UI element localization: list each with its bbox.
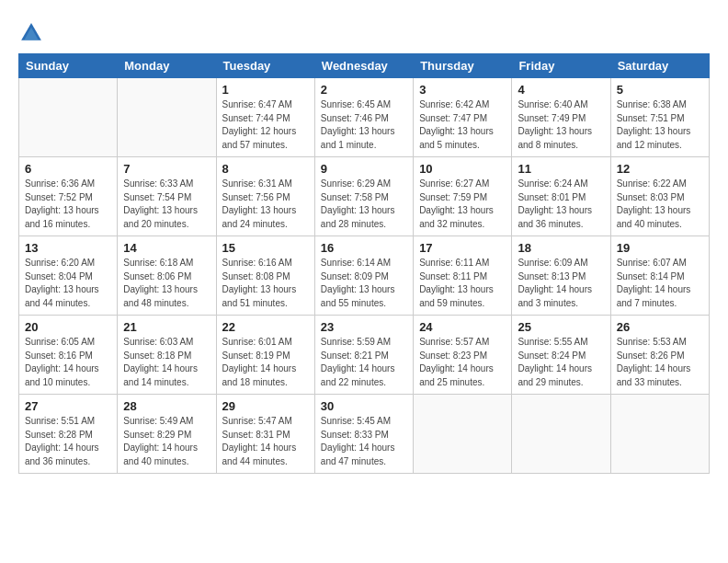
calendar-cell: 13Sunrise: 6:20 AM Sunset: 8:04 PM Dayli…: [19, 236, 118, 316]
day-number: 13: [25, 241, 111, 255]
day-detail: Sunrise: 5:51 AM Sunset: 8:28 PM Dayligh…: [25, 415, 111, 468]
calendar-cell: 1Sunrise: 6:47 AM Sunset: 7:44 PM Daylig…: [216, 78, 314, 157]
calendar-cell: 4Sunrise: 6:40 AM Sunset: 7:49 PM Daylig…: [512, 78, 610, 157]
calendar-cell: 3Sunrise: 6:42 AM Sunset: 7:47 PM Daylig…: [414, 78, 512, 157]
calendar-cell: 22Sunrise: 6:01 AM Sunset: 8:19 PM Dayli…: [216, 316, 314, 395]
day-number: 14: [123, 241, 210, 255]
day-number: 23: [321, 320, 407, 334]
calendar-cell: 10Sunrise: 6:27 AM Sunset: 7:59 PM Dayli…: [414, 157, 512, 236]
day-detail: Sunrise: 6:47 AM Sunset: 7:44 PM Dayligh…: [222, 98, 309, 152]
day-detail: Sunrise: 6:36 AM Sunset: 7:52 PM Dayligh…: [25, 178, 111, 231]
day-detail: Sunrise: 6:11 AM Sunset: 8:11 PM Dayligh…: [419, 257, 506, 310]
calendar-week-4: 20Sunrise: 6:05 AM Sunset: 8:16 PM Dayli…: [19, 316, 710, 395]
calendar-cell: 20Sunrise: 6:05 AM Sunset: 8:16 PM Dayli…: [19, 316, 118, 395]
day-detail: Sunrise: 6:29 AM Sunset: 7:58 PM Dayligh…: [321, 178, 407, 231]
day-number: 10: [419, 162, 506, 176]
day-number: 27: [25, 399, 111, 413]
calendar-cell: 15Sunrise: 6:16 AM Sunset: 8:08 PM Dayli…: [216, 236, 314, 316]
day-number: 25: [518, 320, 604, 334]
weekday-row: SundayMondayTuesdayWednesdayThursdayFrid…: [19, 54, 710, 78]
day-number: 5: [617, 83, 703, 97]
day-detail: Sunrise: 6:22 AM Sunset: 8:03 PM Dayligh…: [617, 178, 703, 231]
page: SundayMondayTuesdayWednesdayThursdayFrid…: [0, 0, 728, 490]
calendar-cell: 12Sunrise: 6:22 AM Sunset: 8:03 PM Dayli…: [610, 157, 709, 236]
day-detail: Sunrise: 6:18 AM Sunset: 8:06 PM Dayligh…: [123, 257, 210, 310]
logo: [18, 20, 48, 46]
day-detail: Sunrise: 6:40 AM Sunset: 7:49 PM Dayligh…: [518, 98, 604, 152]
day-detail: Sunrise: 6:31 AM Sunset: 7:56 PM Dayligh…: [222, 178, 309, 231]
weekday-header-saturday: Saturday: [610, 54, 709, 78]
calendar-table: SundayMondayTuesdayWednesdayThursdayFrid…: [18, 53, 710, 474]
weekday-header-wednesday: Wednesday: [314, 54, 413, 78]
calendar-cell: [414, 395, 512, 474]
calendar-week-1: 1Sunrise: 6:47 AM Sunset: 7:44 PM Daylig…: [19, 78, 710, 157]
day-number: 16: [321, 241, 407, 255]
calendar-cell: 19Sunrise: 6:07 AM Sunset: 8:14 PM Dayli…: [610, 236, 709, 316]
calendar-cell: 8Sunrise: 6:31 AM Sunset: 7:56 PM Daylig…: [216, 157, 314, 236]
calendar-cell: 2Sunrise: 6:45 AM Sunset: 7:46 PM Daylig…: [314, 78, 413, 157]
logo-icon: [18, 20, 44, 46]
calendar-week-2: 6Sunrise: 6:36 AM Sunset: 7:52 PM Daylig…: [19, 157, 710, 236]
day-number: 28: [123, 399, 210, 413]
day-number: 18: [518, 241, 604, 255]
day-detail: Sunrise: 6:14 AM Sunset: 8:09 PM Dayligh…: [321, 257, 407, 310]
day-detail: Sunrise: 5:55 AM Sunset: 8:24 PM Dayligh…: [518, 336, 604, 389]
weekday-header-friday: Friday: [512, 54, 610, 78]
calendar-cell: 21Sunrise: 6:03 AM Sunset: 8:18 PM Dayli…: [118, 316, 216, 395]
day-number: 2: [321, 83, 407, 97]
calendar-cell: 24Sunrise: 5:57 AM Sunset: 8:23 PM Dayli…: [414, 316, 512, 395]
calendar-cell: [19, 78, 118, 157]
day-number: 3: [419, 83, 506, 97]
day-number: 30: [321, 399, 407, 413]
calendar-week-5: 27Sunrise: 5:51 AM Sunset: 8:28 PM Dayli…: [19, 395, 710, 474]
calendar-cell: 14Sunrise: 6:18 AM Sunset: 8:06 PM Dayli…: [118, 236, 216, 316]
calendar-week-3: 13Sunrise: 6:20 AM Sunset: 8:04 PM Dayli…: [19, 236, 710, 316]
day-detail: Sunrise: 5:47 AM Sunset: 8:31 PM Dayligh…: [222, 415, 309, 468]
day-number: 29: [222, 399, 309, 413]
calendar-cell: 29Sunrise: 5:47 AM Sunset: 8:31 PM Dayli…: [216, 395, 314, 474]
day-detail: Sunrise: 6:16 AM Sunset: 8:08 PM Dayligh…: [222, 257, 309, 310]
day-detail: Sunrise: 6:07 AM Sunset: 8:14 PM Dayligh…: [617, 257, 703, 310]
day-detail: Sunrise: 5:59 AM Sunset: 8:21 PM Dayligh…: [321, 336, 407, 389]
day-detail: Sunrise: 6:33 AM Sunset: 7:54 PM Dayligh…: [123, 178, 210, 231]
calendar-cell: 6Sunrise: 6:36 AM Sunset: 7:52 PM Daylig…: [19, 157, 118, 236]
day-number: 12: [617, 162, 703, 176]
header: [18, 17, 710, 46]
day-detail: Sunrise: 5:53 AM Sunset: 8:26 PM Dayligh…: [617, 336, 703, 389]
day-number: 11: [518, 162, 604, 176]
calendar-cell: 7Sunrise: 6:33 AM Sunset: 7:54 PM Daylig…: [118, 157, 216, 236]
calendar-cell: [610, 395, 709, 474]
day-detail: Sunrise: 6:09 AM Sunset: 8:13 PM Dayligh…: [518, 257, 604, 310]
calendar-cell: 18Sunrise: 6:09 AM Sunset: 8:13 PM Dayli…: [512, 236, 610, 316]
calendar-cell: 17Sunrise: 6:11 AM Sunset: 8:11 PM Dayli…: [414, 236, 512, 316]
calendar-cell: [512, 395, 610, 474]
calendar-cell: 28Sunrise: 5:49 AM Sunset: 8:29 PM Dayli…: [118, 395, 216, 474]
day-number: 22: [222, 320, 309, 334]
day-detail: Sunrise: 6:20 AM Sunset: 8:04 PM Dayligh…: [25, 257, 111, 310]
weekday-header-monday: Monday: [118, 54, 216, 78]
calendar-cell: 30Sunrise: 5:45 AM Sunset: 8:33 PM Dayli…: [314, 395, 413, 474]
calendar-cell: 25Sunrise: 5:55 AM Sunset: 8:24 PM Dayli…: [512, 316, 610, 395]
day-detail: Sunrise: 5:49 AM Sunset: 8:29 PM Dayligh…: [123, 415, 210, 468]
day-number: 9: [321, 162, 407, 176]
day-detail: Sunrise: 6:38 AM Sunset: 7:51 PM Dayligh…: [617, 98, 703, 152]
day-number: 17: [419, 241, 506, 255]
day-number: 8: [222, 162, 309, 176]
day-number: 19: [617, 241, 703, 255]
day-detail: Sunrise: 5:45 AM Sunset: 8:33 PM Dayligh…: [321, 415, 407, 468]
day-number: 26: [617, 320, 703, 334]
day-number: 24: [419, 320, 506, 334]
day-number: 15: [222, 241, 309, 255]
calendar-cell: 9Sunrise: 6:29 AM Sunset: 7:58 PM Daylig…: [314, 157, 413, 236]
day-detail: Sunrise: 6:03 AM Sunset: 8:18 PM Dayligh…: [123, 336, 210, 389]
calendar-cell: 16Sunrise: 6:14 AM Sunset: 8:09 PM Dayli…: [314, 236, 413, 316]
day-number: 4: [518, 83, 604, 97]
day-number: 20: [25, 320, 111, 334]
calendar-cell: 26Sunrise: 5:53 AM Sunset: 8:26 PM Dayli…: [610, 316, 709, 395]
weekday-header-thursday: Thursday: [414, 54, 512, 78]
calendar-cell: [118, 78, 216, 157]
day-detail: Sunrise: 6:45 AM Sunset: 7:46 PM Dayligh…: [321, 98, 407, 152]
day-number: 7: [123, 162, 210, 176]
weekday-header-tuesday: Tuesday: [216, 54, 314, 78]
day-number: 21: [123, 320, 210, 334]
